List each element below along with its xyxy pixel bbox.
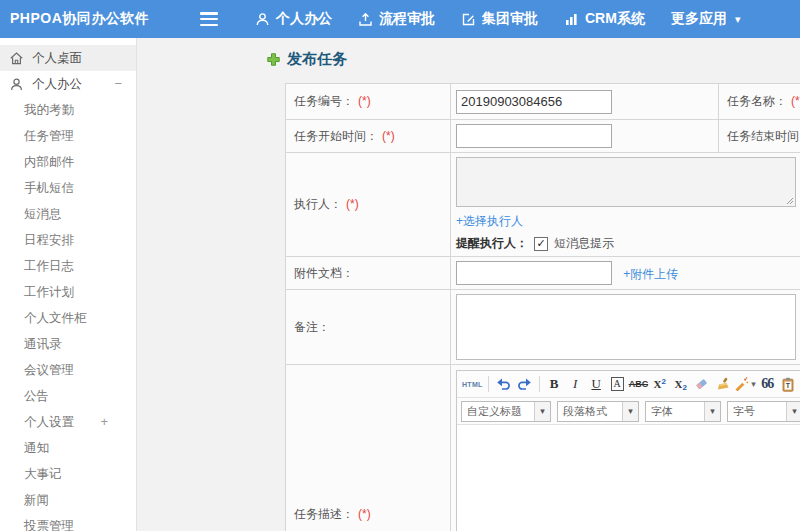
sidebar-item-label: 新闻 [24,492,49,509]
broom-icon [716,377,730,391]
nav-label: 个人办公 [276,10,332,28]
undo-icon [496,377,511,391]
html-source-button[interactable]: HTML [462,374,483,394]
remark-textarea[interactable] [456,294,796,360]
font-family-select[interactable]: 字体▾ [645,401,721,422]
executor-textarea[interactable] [456,157,796,207]
attachment-input[interactable] [456,261,612,285]
sidebar-item-short-message[interactable]: 短消息 [0,201,136,227]
sidebar-item-label: 手机短信 [24,180,74,197]
superscript-button[interactable]: X2 [650,374,669,394]
subscript-icon: X [674,378,682,390]
page-title-text: 发布任务 [287,50,347,69]
nav-label: 更多应用 [671,10,727,28]
strikethrough-button[interactable]: ABC [629,374,649,394]
sidebar-item-news[interactable]: 新闻 [0,487,136,513]
toolbar-separator [539,376,540,392]
sidebar-item-contacts[interactable]: 通讯录 [0,331,136,357]
top-nav: 个人办公 流程审批 集团审批 CRM系统 更多应用 ▾ [242,0,753,38]
caret-down-icon: ▾ [534,402,550,421]
blockquote-button[interactable]: 66 [758,374,777,394]
char-border-button[interactable]: A [608,374,627,394]
editor-toolbar-row2: 自定义标题▾ 段落格式▾ 字体▾ 字号▾ [457,398,800,425]
nav-more-apps[interactable]: 更多应用 ▾ [658,0,754,38]
task-no-input[interactable] [456,90,612,114]
sidebar-item-notification[interactable]: 通知 [0,435,136,461]
clipboard-icon: T [781,377,795,392]
caret-down-icon: ▾ [622,402,638,421]
underline-button[interactable]: U [587,374,606,394]
auto-typeset-button[interactable]: ▾ [734,374,756,394]
sidebar-item-clipped[interactable]: 投票管理 [0,513,136,531]
toolbar-separator [488,376,489,392]
hamburger-menu-icon[interactable] [200,12,218,26]
sidebar-item-mobile-sms[interactable]: 手机短信 [0,175,136,201]
plain-paste-button[interactable]: T [779,374,798,394]
sidebar-item-personal-office[interactable]: 个人办公 − [0,71,136,97]
sidebar-item-work-plan[interactable]: 工作计划 [0,279,136,305]
sidebar-item-schedule[interactable]: 日程安排 [0,227,136,253]
nav-label: CRM系统 [585,10,645,28]
nav-workflow-approval[interactable]: 流程审批 [345,0,448,38]
bold-button[interactable]: B [545,374,564,394]
redo-button[interactable] [515,374,534,394]
sidebar-item-label: 公告 [24,388,49,405]
sidebar-item-internal-mail[interactable]: 内部邮件 [0,149,136,175]
sidebar-item-label: 个人文件柜 [24,310,87,327]
paragraph-format-select[interactable]: 段落格式▾ [557,401,639,422]
html-icon: HTML [462,381,483,388]
format-brush-button[interactable] [713,374,732,394]
caret-down-icon: ▾ [735,14,741,25]
caret-down-icon: ▾ [751,379,756,389]
sidebar-item-announcement[interactable]: 公告 [0,383,136,409]
required-mark: (*) [791,94,800,108]
redo-icon [517,377,532,391]
check-icon: ✓ [536,238,545,249]
sidebar-item-work-log[interactable]: 工作日志 [0,253,136,279]
custom-heading-select[interactable]: 自定义标题▾ [461,401,551,422]
caret-down-icon: ▾ [704,402,720,421]
sidebar-item-meeting-management[interactable]: 会议管理 [0,357,136,383]
editor-content-area[interactable] [457,425,800,531]
choose-executor-link[interactable]: +选择执行人 [456,214,523,228]
sms-remind-checkbox[interactable]: ✓ [534,237,548,251]
sidebar-item-label: 个人桌面 [32,50,82,67]
boxed-a-icon: A [611,377,624,391]
italic-button[interactable]: I [566,374,585,394]
nav-personal-office[interactable]: 个人办公 [242,0,345,38]
required-mark: (*) [358,507,371,521]
attachment-upload-link[interactable]: +附件上传 [623,267,678,281]
sidebar-item-my-attendance[interactable]: 我的考勤 [0,97,136,123]
sidebar-item-personal-desktop[interactable]: 个人桌面 [0,45,136,71]
nav-crm-system[interactable]: CRM系统 [551,0,658,38]
sidebar-item-task-management[interactable]: 任务管理 [0,123,136,149]
subscript-button[interactable]: X2 [671,374,690,394]
home-icon [9,51,24,66]
nav-group-approval[interactable]: 集团审批 [448,0,551,38]
sidebar-item-label: 短消息 [24,206,62,223]
edit-square-icon [461,12,476,27]
plus-icon [267,53,280,66]
svg-text:T: T [786,382,791,389]
sidebar-item-label: 日程安排 [24,232,74,249]
required-mark: (*) [382,129,395,143]
sms-remind-option-label: 短消息提示 [554,235,614,252]
sidebar-item-label: 投票管理 [24,518,74,531]
task-description-label: 任务描述：(*) [286,365,451,531]
remove-format-button[interactable] [692,374,711,394]
sidebar-item-personal-settings[interactable]: 个人设置 + [0,409,136,435]
expand-icon[interactable]: + [100,414,108,429]
resize-handle-icon[interactable] [786,197,794,205]
sidebar-item-memorabilia[interactable]: 大事记 [0,461,136,487]
sidebar-item-label: 通知 [24,440,49,457]
undo-button[interactable] [494,374,513,394]
page-title: 发布任务 [267,50,347,69]
start-time-input[interactable] [456,124,612,148]
workflow-upload-icon [358,12,373,27]
font-size-select[interactable]: 字号▾ [727,401,800,422]
attachment-label: 附件文档： [286,257,451,290]
collapse-icon[interactable]: − [114,76,122,91]
sidebar-item-personal-files[interactable]: 个人文件柜 [0,305,136,331]
publish-task-form: 任务编号：(*) 任务名称：(*) 任务开始时间：(*) 任务结束时间：(*) … [285,83,800,531]
sidebar-item-label: 个人设置 [24,414,74,431]
